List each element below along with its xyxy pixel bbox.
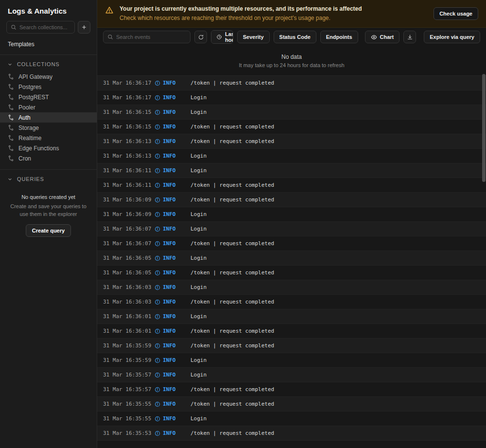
check-usage-button[interactable]: Check usage [434,7,478,20]
log-level-label: INFO [163,401,176,407]
table-row[interactable]: 31 Mar 16:36:17 INFO /token | request co… [97,76,486,90]
time-range-toggle: Last hour Custom [211,30,233,44]
search-icon [107,34,113,40]
collection-icon [8,104,14,110]
add-collection-button[interactable] [78,21,90,34]
explore-via-query-button[interactable]: Explore via query [424,31,480,43]
log-timestamp: 31 Mar 16:36:07 [103,240,153,247]
table-row[interactable]: 31 Mar 16:36:17 INFO Login [97,90,486,105]
search-events-input[interactable] [116,34,186,40]
chart-empty-state: No data It may take up to 24 hours for d… [97,46,486,75]
sidebar-item-label: API Gateway [18,73,52,80]
table-row[interactable]: 31 Mar 16:36:07 INFO Login [97,222,486,236]
refresh-button[interactable] [194,31,207,43]
log-message: Login [191,94,207,101]
table-row[interactable]: 31 Mar 16:36:01 INFO /token | request co… [97,324,486,339]
table-row[interactable]: 31 Mar 16:35:55 INFO Login [97,412,486,426]
table-row[interactable]: 31 Mar 16:36:03 INFO Login [97,280,486,295]
log-level-badge: INFO [155,94,184,101]
banner-subtitle: Check which resources are reaching their… [120,15,428,21]
table-row[interactable]: 31 Mar 16:35:59 INFO /token | request co… [97,339,486,353]
table-row[interactable]: 31 Mar 16:35:59 INFO Login [97,353,486,368]
log-level-label: INFO [163,430,176,436]
log-level-badge: INFO [155,211,184,217]
chart-toggle-button[interactable]: Chart [365,31,400,43]
table-row[interactable]: 31 Mar 16:36:07 INFO /token | request co… [97,236,486,251]
sidebar-item-realtime[interactable]: Realtime [0,133,97,143]
log-level-badge: INFO [155,109,184,115]
clock-icon [216,34,222,40]
main-content: Your project is currently exhausting mul… [97,0,486,448]
filter-severity-button[interactable]: Severity [237,31,270,43]
log-timestamp: 31 Mar 16:36:17 [103,94,153,101]
search-collections-input[interactable] [19,24,70,30]
filter-endpoints-button[interactable]: Endpoints [320,31,358,43]
table-row[interactable]: 31 Mar 16:35:57 INFO /token | request co… [97,382,486,397]
log-message: Login [191,372,207,378]
download-button[interactable] [403,31,416,43]
log-level-badge: INFO [155,342,184,349]
queries-empty-description: Create and save your queries to use them… [10,203,87,218]
table-row[interactable]: 31 Mar 16:35:53 INFO /token | request co… [97,426,486,441]
collections-section-header[interactable]: COLLECTIONS [0,55,97,72]
log-timestamp: 31 Mar 16:35:59 [103,357,153,363]
log-timestamp: 31 Mar 16:35:55 [103,401,153,407]
main-scrollbar[interactable] [482,74,486,182]
table-row[interactable]: 31 Mar 16:35:57 INFO Login [97,368,486,382]
logs-toolbar: Last hour Custom Severity Status Code En… [97,28,486,46]
sidebar-item-edge-functions[interactable]: Edge Functions [0,143,97,153]
sidebar-item-api-gateway[interactable]: API Gateway [0,72,97,82]
table-row[interactable]: 31 Mar 16:36:05 INFO Login [97,251,486,266]
create-query-button[interactable]: Create query [26,224,71,237]
table-row[interactable]: 31 Mar 16:35:55 INFO /token | request co… [97,397,486,412]
info-icon [155,430,160,436]
table-row[interactable]: 31 Mar 16:36:13 INFO Login [97,149,486,163]
log-timestamp: 31 Mar 16:35:57 [103,386,153,393]
sidebar-search-row [0,21,97,34]
log-level-badge: INFO [155,357,184,363]
info-icon [155,212,160,217]
log-timestamp: 31 Mar 16:35:55 [103,415,153,422]
collection-icon [8,114,14,121]
log-message: /token | request completed [191,386,274,393]
banner-text: Your project is currently exhausting mul… [120,5,428,21]
table-row[interactable]: 31 Mar 16:36:09 INFO Login [97,207,486,222]
log-level-label: INFO [163,255,176,261]
table-row[interactable]: 31 Mar 16:36:15 INFO /token | request co… [97,120,486,134]
sidebar-item-postgrest[interactable]: PostgREST [0,92,97,102]
info-icon [155,387,160,393]
sidebar-item-auth[interactable]: Auth [0,112,97,123]
log-level-badge: INFO [155,284,184,290]
queries-section-header[interactable]: QUERIES [0,170,97,186]
table-row[interactable]: 31 Mar 16:36:09 INFO /token | request co… [97,193,486,207]
queries-empty-state: No queries created yet Create and save y… [6,188,90,244]
plus-icon [81,24,87,30]
table-row[interactable]: 31 Mar 16:36:03 INFO /token | request co… [97,295,486,309]
time-range-last-hour[interactable]: Last hour [211,31,233,43]
sidebar-item-cron[interactable]: Cron [0,153,97,163]
info-icon [155,416,160,422]
log-message: /token | request completed [191,240,274,247]
sidebar-item-label: Realtime [18,135,41,142]
info-icon [155,328,160,334]
table-row[interactable]: 31 Mar 16:36:13 INFO /token | request co… [97,134,486,149]
filter-status-code-button[interactable]: Status Code [274,31,316,43]
collection-icon [8,73,14,80]
sidebar-item-pooler[interactable]: Pooler [0,102,97,112]
sidebar-item-templates[interactable]: Templates [0,34,97,54]
log-timestamp: 31 Mar 16:36:15 [103,109,153,115]
table-row[interactable]: 31 Mar 16:36:01 INFO Login [97,309,486,324]
table-row[interactable]: 31 Mar 16:36:11 INFO Login [97,163,486,178]
log-timestamp: 31 Mar 16:36:09 [103,197,153,203]
log-level-badge: INFO [155,197,184,203]
info-icon [155,226,160,232]
chevron-down-icon [7,62,13,67]
sidebar-item-storage[interactable]: Storage [0,123,97,133]
table-row[interactable]: 31 Mar 16:36:15 INFO Login [97,105,486,120]
table-row[interactable]: 31 Mar 16:36:11 INFO /token | request co… [97,178,486,193]
info-icon [155,197,160,203]
table-row[interactable]: 31 Mar 16:36:05 INFO /token | request co… [97,266,486,280]
sidebar-item-postgres[interactable]: Postgres [0,82,97,92]
log-timestamp: 31 Mar 16:36:05 [103,269,153,276]
info-icon [155,285,160,290]
